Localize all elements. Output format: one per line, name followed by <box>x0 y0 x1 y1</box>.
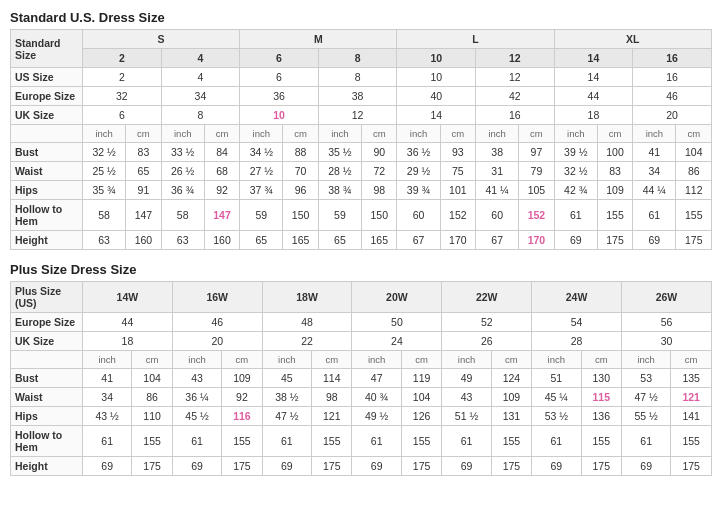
standard-size-table: Standard Size S M L XL 2 4 6 8 10 12 14 … <box>10 29 712 250</box>
plus-height-row: Height 69175 69175 69175 69175 69175 691… <box>11 457 712 476</box>
uk-size-label: UK Size <box>11 106 83 125</box>
plus-waist-row: Waist 3486 36 ¼92 38 ½98 40 ¾104 43109 4… <box>11 388 712 407</box>
us12: 12 <box>476 49 555 68</box>
hips-row: Hips 35 ¾91 36 ¾92 37 ¾96 38 ¾98 39 ¾101… <box>11 181 712 200</box>
plus-size-header: Plus Size (US) <box>11 282 83 313</box>
14w: 14W <box>83 282 173 313</box>
us10: 10 <box>397 49 476 68</box>
plus-europe-size-label: Europe Size <box>11 313 83 332</box>
standard-size-header: Standard Size <box>11 30 83 68</box>
us2: 2 <box>83 49 162 68</box>
unit-row: inchcm inchcm inchcm inchcm inchcm inchc… <box>11 125 712 143</box>
plus-uk-size-row: UK Size 18 20 22 24 26 28 30 <box>11 332 712 351</box>
16w: 16W <box>172 282 262 313</box>
europe-size-row: Europe Size 32 34 36 38 40 42 44 46 <box>11 87 712 106</box>
plus-size-table: Plus Size (US) 14W 16W 18W 20W 22W 24W 2… <box>10 281 712 476</box>
us8: 8 <box>318 49 397 68</box>
m-group: M <box>240 30 397 49</box>
us14: 14 <box>554 49 633 68</box>
bust-row: Bust 32 ½83 33 ½84 34 ½88 35 ½90 36 ½93 … <box>11 143 712 162</box>
us4: 4 <box>161 49 240 68</box>
europe-size-label: Europe Size <box>11 87 83 106</box>
us16: 16 <box>633 49 712 68</box>
waist-row: Waist 25 ½65 26 ½68 27 ½70 28 ½72 29 ½75… <box>11 162 712 181</box>
plus-europe-size-row: Europe Size 44 46 48 50 52 54 56 <box>11 313 712 332</box>
hollow-to-hem-row: Hollow to Hem 58147 58147 59150 59150 60… <box>11 200 712 231</box>
us6: 6 <box>240 49 319 68</box>
plus-unit-row: inchcm inchcm inchcm inchcm inchcm inchc… <box>11 351 712 369</box>
plus-hollow-row: Hollow to Hem 61155 61155 61155 61155 61… <box>11 426 712 457</box>
height-row: Height 63160 63160 65165 65165 67170 671… <box>11 231 712 250</box>
plus-hips-row: Hips 43 ½110 45 ½116 47 ½121 49 ½126 51 … <box>11 407 712 426</box>
18w: 18W <box>262 282 352 313</box>
26w: 26W <box>621 282 711 313</box>
s-group: S <box>83 30 240 49</box>
xl-group: XL <box>554 30 711 49</box>
plus-uk-size-label: UK Size <box>11 332 83 351</box>
24w: 24W <box>532 282 622 313</box>
22w: 22W <box>442 282 532 313</box>
plus-title: Plus Size Dress Size <box>10 262 712 277</box>
l-group: L <box>397 30 554 49</box>
20w: 20W <box>352 282 442 313</box>
standard-title: Standard U.S. Dress Size <box>10 10 712 25</box>
us-size-label: US Size <box>11 68 83 87</box>
us-size-row: US Size 2 4 6 8 10 12 14 16 <box>11 68 712 87</box>
plus-bust-row: Bust 41104 43109 45114 47119 49124 51130… <box>11 369 712 388</box>
uk-size-row: UK Size 6 8 10 12 14 16 18 20 <box>11 106 712 125</box>
